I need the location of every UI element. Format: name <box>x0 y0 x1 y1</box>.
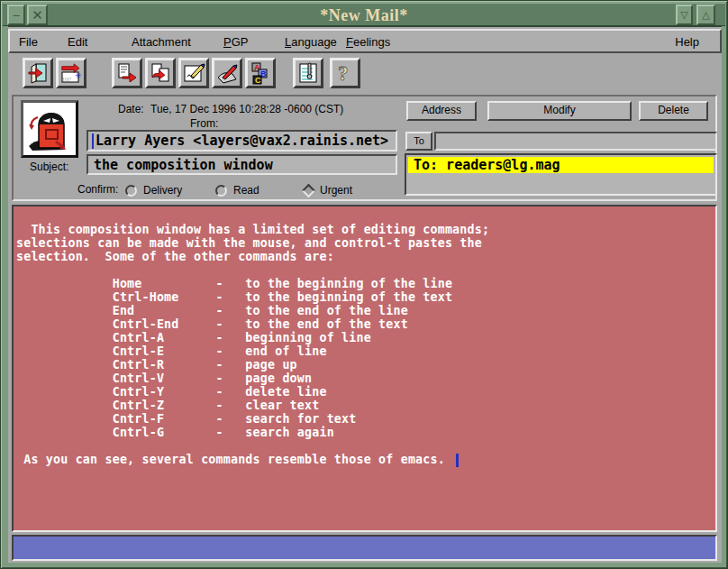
address-button[interactable]: Address <box>406 101 477 121</box>
message-body-textarea[interactable]: This composition window has a limited se… <box>12 205 717 532</box>
new-mail-window: – ✕ *New Mail* ▽ △ File Edit Attachment … <box>0 0 728 569</box>
titlebar[interactable]: – ✕ *New Mail* ▽ △ <box>3 3 725 26</box>
exit-button[interactable] <box>23 58 53 88</box>
recipient-list[interactable]: To: readers@lg.mag <box>405 153 717 196</box>
maximize-button[interactable]: △ <box>696 5 715 25</box>
urgent-option[interactable]: Urgent <box>304 181 352 197</box>
confirm-read-option[interactable]: Read <box>215 181 259 197</box>
to-button[interactable]: To <box>405 132 432 151</box>
modify-button[interactable]: Modify <box>487 101 632 121</box>
subject-field[interactable]: the composition window <box>86 154 397 175</box>
menu-help[interactable]: Help <box>672 34 702 50</box>
help-button[interactable]: ? <box>330 58 360 88</box>
menu-language[interactable]: Language <box>282 34 340 50</box>
menubar: File Edit Attachment PGP Language Feelin… <box>8 29 722 53</box>
text-cursor <box>456 454 459 467</box>
menu-attachment[interactable]: Attachment <box>129 34 194 50</box>
window-content: File Edit Attachment PGP Language Feelin… <box>8 26 722 563</box>
menu-feelings[interactable]: Feelings <box>343 34 393 50</box>
urgent-label: Urgent <box>320 184 352 197</box>
include-reply-icon <box>149 61 172 85</box>
include-reply-button[interactable] <box>145 58 176 88</box>
sign-pen-icon <box>182 61 205 85</box>
edit-hand-pencil-icon <box>215 61 239 85</box>
date-value: Tue, 17 Dec 1996 10:28:28 -0600 (CST) <box>150 103 343 115</box>
radio-icon <box>215 185 227 197</box>
notes-pad-icon <box>296 61 320 85</box>
exit-door-icon <box>26 61 50 85</box>
date-label: Date: <box>118 103 144 115</box>
menu-pgp[interactable]: PGP <box>221 34 250 50</box>
subject-field-value: the composition window <box>94 157 273 173</box>
confirm-label: Confirm: <box>77 183 118 196</box>
from-field-value: Larry Ayers <layers@vax2.rainis.net> <box>96 133 388 149</box>
maximize-icon: △ <box>702 9 709 20</box>
mailbox-logo-icon <box>21 100 78 158</box>
sign-button[interactable] <box>178 58 209 88</box>
svg-text:?: ? <box>338 62 349 85</box>
spell-abc-icon: A B C <box>249 61 272 85</box>
text-cursor <box>92 133 94 149</box>
status-bar <box>12 535 717 561</box>
svg-text:✳: ✳ <box>75 71 82 80</box>
diamond-toggle-icon <box>302 184 316 198</box>
shade-icon: ▽ <box>680 9 687 20</box>
menu-file[interactable]: File <box>16 34 41 50</box>
delivery-label: Delivery <box>143 184 182 197</box>
edit-external-button[interactable] <box>212 58 242 88</box>
help-question-icon: ? <box>333 61 357 85</box>
insert-file-icon <box>115 61 139 85</box>
recipient-row-selected[interactable]: To: readers@lg.mag <box>408 157 714 173</box>
from-label: From: <box>190 117 218 130</box>
notes-button[interactable] <box>293 58 323 88</box>
message-text: This composition window has a limited se… <box>14 206 715 466</box>
message-header-panel: Date: Tue, 17 Dec 1996 10:28:28 -0600 (C… <box>12 95 717 201</box>
window-title: *New Mail* <box>3 6 725 25</box>
send-envelope-icon: ✳ <box>59 61 83 85</box>
subject-label: Subject: <box>30 161 68 173</box>
radio-icon <box>125 185 137 197</box>
send-button[interactable]: ✳ <box>56 58 86 88</box>
delete-button[interactable]: Delete <box>639 101 708 121</box>
to-input[interactable] <box>434 132 717 151</box>
insert-file-button[interactable] <box>112 58 142 88</box>
shade-button[interactable]: ▽ <box>676 5 693 25</box>
menu-edit[interactable]: Edit <box>65 34 90 50</box>
from-field[interactable]: Larry Ayers <layers@vax2.rainis.net> <box>86 130 397 151</box>
svg-text:C: C <box>255 76 261 85</box>
confirm-delivery-option[interactable]: Delivery <box>125 181 182 197</box>
read-label: Read <box>233 184 259 197</box>
spell-check-button[interactable]: A B C <box>245 58 276 88</box>
